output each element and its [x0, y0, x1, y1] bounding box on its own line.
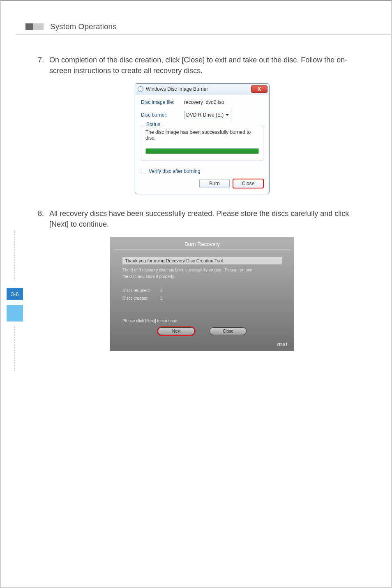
- page-title: System Operations: [50, 22, 117, 31]
- document-page: System Operations 3-6 7. On completion o…: [0, 0, 392, 588]
- verify-checkbox[interactable]: [141, 169, 146, 174]
- discs-created-label: Discs created:: [122, 294, 160, 302]
- page-number-tab: 3-6: [7, 288, 23, 300]
- message-line: The 3 of 3 recovery disc has been succes…: [122, 267, 282, 273]
- stats-block: Discs required: 3 Discs created: 3: [122, 287, 282, 302]
- next-button[interactable]: Next: [158, 327, 195, 335]
- brand-label: msi: [112, 338, 293, 349]
- step-number: 7.: [38, 55, 49, 76]
- content-area: 7. On completion of the disc creation, c…: [38, 55, 367, 363]
- discs-required-row: Discs required: 3: [122, 287, 282, 294]
- status-group: Status The disc image has been successfu…: [141, 125, 263, 161]
- disc-burner-row: Disc burner: DVD R Drive (E:): [141, 111, 263, 119]
- disc-burner-value: DVD R Drive (E:): [186, 112, 224, 118]
- dotted-rule: [14, 326, 15, 371]
- step-number: 8.: [38, 208, 49, 230]
- dialog-title: Windows Disc Image Burner: [146, 86, 251, 92]
- step-body: All recovery discs have been successfull…: [49, 208, 367, 230]
- discs-created-value: 3: [160, 294, 163, 302]
- discs-required-label: Discs required:: [122, 287, 160, 294]
- burn-button[interactable]: Burn: [199, 179, 230, 188]
- dialog-body: Thank you for using Recovery Disc Creati…: [112, 250, 293, 338]
- discs-created-row: Discs created: 3: [122, 294, 282, 302]
- side-margin: 3-6: [7, 231, 23, 371]
- status-text: The disc image has been successfully bur…: [145, 129, 259, 141]
- screenshot-container: Burn Recovery Thank you for using Recove…: [38, 237, 367, 351]
- dotted-rule: [14, 231, 15, 280]
- progress-bar: [145, 148, 259, 154]
- close-button[interactable]: Close: [233, 179, 263, 188]
- disc-burner-select[interactable]: DVD R Drive (E:): [184, 111, 231, 119]
- discs-required-value: 3: [160, 287, 163, 294]
- dialog-buttons: Burn Close: [141, 179, 263, 188]
- step-text: 7. On completion of the disc creation, c…: [38, 55, 367, 76]
- page-header: System Operations: [25, 21, 391, 32]
- verify-row: Verify disc after burning: [141, 168, 263, 174]
- step-8: 8. All recovery discs have been successf…: [38, 208, 367, 351]
- side-accent-square: [7, 305, 23, 322]
- disc-burner-label: Disc burner:: [141, 112, 184, 118]
- disc-icon: [138, 86, 143, 92]
- step-7: 7. On completion of the disc creation, c…: [38, 55, 367, 194]
- dialog-titlebar: Windows Disc Image Burner X: [135, 84, 269, 94]
- dialog-buttons: Next Close: [122, 327, 282, 335]
- step-text: 8. All recovery discs have been successf…: [38, 208, 367, 230]
- screenshot-container: Windows Disc Image Burner X Disc image f…: [38, 83, 367, 194]
- step-body: On completion of the disc creation, clic…: [49, 55, 367, 76]
- header-accent-icon: [25, 23, 44, 30]
- close-button[interactable]: Close: [210, 327, 247, 335]
- disc-image-label: Disc image file:: [141, 99, 184, 105]
- header-divider: [16, 34, 391, 34]
- dialog-title: Burn Recovery: [112, 239, 293, 249]
- message-line: the disc and store it properly.: [122, 273, 282, 280]
- verify-label: Verify disc after burning: [149, 168, 200, 174]
- thank-you-heading: Thank you for using Recovery Disc Creati…: [122, 257, 282, 264]
- instruction-text: Please click [Next] to continue.: [122, 319, 282, 323]
- burn-recovery-dialog: Burn Recovery Thank you for using Recove…: [110, 237, 294, 351]
- disc-image-row: Disc image file: recovery_dvd2.iso: [141, 99, 263, 105]
- status-legend: Status: [145, 122, 162, 127]
- dialog-body: Disc image file: recovery_dvd2.iso Disc …: [135, 94, 269, 194]
- disc-image-value: recovery_dvd2.iso: [184, 99, 224, 105]
- close-icon[interactable]: X: [251, 85, 267, 93]
- windows-disc-burner-dialog: Windows Disc Image Burner X Disc image f…: [135, 83, 270, 194]
